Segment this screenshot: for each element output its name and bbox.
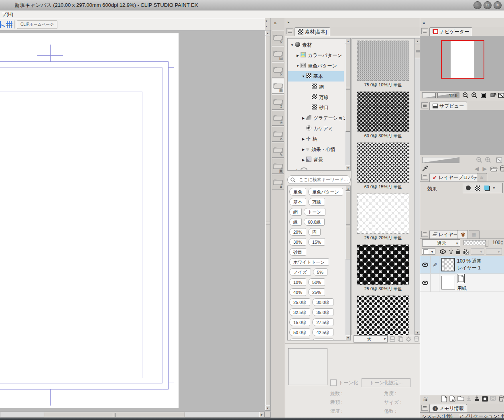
subview-preview[interactable] (420, 110, 504, 155)
tab-subview[interactable]: サブビュー (429, 102, 467, 110)
tree-item-partial[interactable]: ▶ (288, 165, 344, 171)
zoom-in-icon[interactable] (484, 157, 492, 164)
sidebar-folder-x-button[interactable]: ✕ (272, 126, 284, 142)
tree-right-arrow-icon[interactable]: ▶ (301, 158, 305, 162)
scroll-right-button[interactable]: ▶ (259, 412, 264, 417)
material-thumbnail[interactable] (357, 143, 409, 183)
opacity-slider[interactable] (463, 240, 488, 245)
tag-filter-button[interactable]: 65.0線 (312, 338, 333, 340)
tone-effect-icon[interactable] (474, 184, 481, 192)
border-effect-icon[interactable] (465, 184, 472, 192)
previous-image-icon[interactable]: ◀ (473, 165, 480, 172)
tag-filter-button[interactable]: 25% (308, 288, 325, 296)
clip-home-button[interactable]: CLIPホームページ (17, 20, 57, 29)
toolbar-overflow-button[interactable]: ▼▼ (264, 18, 269, 30)
layer-row[interactable]: 用紙 (420, 274, 504, 292)
panel-splitter[interactable]: ····· (285, 171, 353, 175)
sidebar-folder-burst-button[interactable]: ✳ (272, 110, 284, 126)
layer-thumbnail[interactable] (441, 258, 455, 271)
canvas-horizontal-scrollbar[interactable]: ▶ (0, 412, 265, 418)
delete-layer-icon[interactable] (497, 395, 504, 403)
delete-icon[interactable] (499, 165, 504, 172)
navigator-view-frame[interactable] (441, 40, 484, 79)
scroll-down-button[interactable]: ▼ (265, 406, 270, 410)
panel-menu-icon[interactable] (287, 28, 293, 34)
material-thumbnail[interactable] (357, 245, 409, 285)
tag-filter-button[interactable]: 25.0線 (289, 298, 310, 306)
sidebar-folder-download-button[interactable]: ↧ (272, 94, 284, 110)
tree-right-arrow-icon[interactable]: ▶ (301, 137, 305, 141)
tag-scrollbar[interactable]: ▲ ▼ (345, 186, 350, 340)
scroll-thumb[interactable] (44, 412, 185, 417)
layer-name[interactable]: 用紙 (457, 285, 467, 291)
scroll-up-button[interactable]: ▲ (345, 39, 351, 43)
tree-down-arrow-icon[interactable]: ▼ (301, 75, 305, 78)
scroll-down-button[interactable]: ▼ (345, 335, 351, 340)
sidebar-folder-cube-button[interactable]: ▣ (272, 159, 284, 174)
tag-filter-button[interactable]: 線 (289, 218, 302, 226)
tone-settings-button[interactable]: トーン化設定... (362, 378, 411, 387)
scroll-thumb[interactable] (345, 191, 351, 259)
tree-down-arrow-icon[interactable]: ▼ (290, 43, 294, 47)
fit-to-screen-icon[interactable] (490, 92, 497, 99)
paste-material-icon[interactable] (389, 336, 396, 343)
tag-filter-button[interactable]: 10% (289, 278, 306, 286)
tag-filter-button[interactable]: 50% (308, 278, 325, 286)
close-button[interactable]: ✕ (494, 1, 502, 9)
enable-mask-dropdown[interactable]: ▼ (471, 248, 484, 255)
collapse-arrow-icon[interactable]: ▸ (288, 20, 290, 24)
tree-item-効果・心情[interactable]: ▶♥効果・心情 (288, 144, 344, 155)
layer-name[interactable]: レイヤー 1 (457, 265, 481, 271)
tag-filter-button[interactable]: 42.5線 (312, 328, 333, 336)
scroll-down-button[interactable]: ▼ (345, 165, 351, 170)
clip-to-layer-icon[interactable] (439, 248, 446, 255)
tag-filter-button[interactable]: 30% (289, 238, 306, 246)
panel-menu-icon[interactable] (421, 405, 428, 411)
tree-item-砂目[interactable]: 砂目 (288, 102, 344, 113)
sidebar-folder-checker-button[interactable]: ▩ (272, 78, 284, 94)
tree-item-カラーパターン[interactable]: ▶カラーパターン (288, 50, 344, 61)
canvas-viewport[interactable] (0, 30, 265, 412)
tag-filter-button[interactable]: 60.0線 (304, 218, 325, 226)
tab-navigator[interactable]: ナビゲーター (429, 27, 472, 36)
canvas-vertical-scrollbar[interactable]: ▲ ▼ (265, 30, 270, 411)
opacity-spinner[interactable]: ▲▼ (501, 239, 503, 246)
tag-filter-button[interactable]: トーン (304, 208, 325, 216)
open-file-icon[interactable] (490, 165, 498, 172)
tag-filter-button[interactable]: 35.0線 (312, 308, 333, 316)
blend-mode-dropdown[interactable]: 通常 ▼ (422, 239, 460, 247)
fit-to-navigator-icon[interactable] (498, 92, 504, 99)
tag-filter-button[interactable]: ホワイトトーン (289, 258, 329, 266)
new-folder-icon[interactable] (457, 395, 465, 403)
zoom-slider[interactable]: 12.9 (422, 92, 459, 98)
material-thumbnail[interactable] (357, 194, 409, 234)
tag-filter-button[interactable]: 15% (308, 238, 325, 246)
tag-filter-button[interactable]: 20% (289, 228, 306, 236)
transfer-down-icon[interactable] (465, 395, 473, 403)
tag-filter-button[interactable]: 砂目 (289, 248, 306, 256)
tag-filter-button[interactable]: 75.0線 (289, 338, 310, 340)
tag-filter-button[interactable]: 30.0線 (312, 298, 333, 306)
material-thumbnail[interactable] (357, 41, 409, 81)
minimize-button[interactable]: – (474, 1, 482, 9)
tree-item-基本[interactable]: ▼基本 (288, 71, 344, 82)
tag-filter-button[interactable]: 15.0線 (289, 318, 310, 326)
tab-memory-info[interactable]: i メモリ情報 (429, 404, 467, 412)
tree-right-arrow-icon[interactable]: ▶ (296, 54, 300, 57)
navigator-preview[interactable] (420, 36, 504, 91)
tree-right-arrow-icon[interactable]: ▶ (301, 116, 305, 120)
eyedropper-icon[interactable] (421, 165, 429, 172)
menu-item-help[interactable]: プ(H) (2, 11, 13, 18)
sidebar-folder-x-button[interactable]: ✕ (272, 30, 284, 45)
tag-filter-button[interactable]: ノイズ (289, 268, 311, 276)
material-list-scrollbar[interactable]: ▲ ▼ (414, 39, 420, 335)
settings-gear-icon[interactable] (405, 336, 412, 343)
tag-filter-button[interactable]: 基本 (289, 198, 306, 206)
tab-animation[interactable]: ≋ (477, 173, 487, 181)
tag-filter-button[interactable]: 5% (313, 268, 327, 276)
new-layer-folder2-icon[interactable] (449, 395, 456, 403)
tree-item-カケアミ[interactable]: カケアミ (288, 123, 344, 134)
material-thumbnail[interactable] (357, 296, 409, 335)
tree-item-単色パターン[interactable]: ▼単色パターン (288, 61, 344, 71)
tab-layer-pallet-3[interactable]: ▦ (469, 230, 480, 239)
